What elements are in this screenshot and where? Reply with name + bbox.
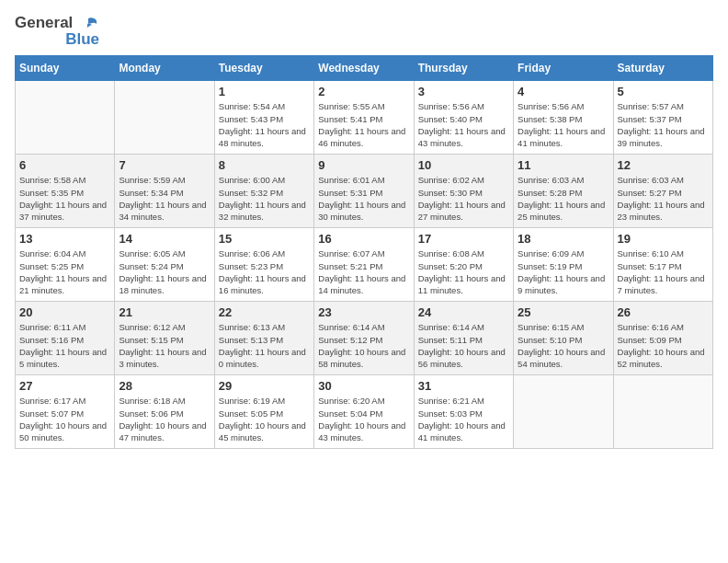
day-of-week-saturday: Saturday (613, 56, 712, 81)
day-number: 12 (618, 158, 709, 172)
day-number: 30 (318, 379, 409, 393)
day-info: Sunrise: 6:17 AM Sunset: 5:07 PM Dayligh… (19, 395, 110, 443)
day-number: 3 (418, 85, 509, 98)
calendar-week-row: 27Sunrise: 6:17 AM Sunset: 5:07 PM Dayli… (16, 375, 713, 449)
day-number: 29 (219, 379, 310, 393)
calendar-table: SundayMondayTuesdayWednesdayThursdayFrid… (15, 55, 713, 449)
day-info: Sunrise: 6:06 AM Sunset: 5:23 PM Dayligh… (219, 247, 310, 296)
day-number: 19 (618, 232, 709, 246)
calendar-day-cell: 28Sunrise: 6:18 AM Sunset: 5:06 PM Dayli… (115, 375, 214, 449)
day-info: Sunrise: 6:14 AM Sunset: 5:11 PM Dayligh… (418, 321, 509, 370)
day-number: 28 (119, 379, 210, 393)
day-info: Sunrise: 6:12 AM Sunset: 5:15 PM Dayligh… (119, 321, 210, 370)
calendar-day-cell: 18Sunrise: 6:09 AM Sunset: 5:19 PM Dayli… (514, 228, 613, 302)
calendar-day-cell: 29Sunrise: 6:19 AM Sunset: 5:05 PM Dayli… (214, 375, 313, 449)
day-number: 16 (318, 232, 409, 246)
calendar-day-cell: 15Sunrise: 6:06 AM Sunset: 5:23 PM Dayli… (214, 228, 313, 302)
calendar-day-cell: 3Sunrise: 5:56 AM Sunset: 5:40 PM Daylig… (414, 81, 513, 155)
day-number: 26 (618, 305, 709, 319)
day-number: 22 (219, 305, 310, 319)
day-info: Sunrise: 6:20 AM Sunset: 5:04 PM Dayligh… (318, 395, 409, 443)
day-of-week-monday: Monday (115, 56, 214, 81)
empty-cell (115, 81, 214, 155)
day-info: Sunrise: 6:14 AM Sunset: 5:12 PM Dayligh… (318, 321, 409, 370)
day-info: Sunrise: 6:13 AM Sunset: 5:13 PM Dayligh… (219, 321, 310, 370)
calendar-day-cell: 21Sunrise: 6:12 AM Sunset: 5:15 PM Dayli… (115, 302, 214, 375)
calendar-day-cell: 27Sunrise: 6:17 AM Sunset: 5:07 PM Dayli… (16, 375, 115, 449)
day-of-week-sunday: Sunday (16, 56, 115, 81)
day-info: Sunrise: 5:56 AM Sunset: 5:40 PM Dayligh… (418, 100, 509, 149)
calendar-day-cell: 4Sunrise: 5:56 AM Sunset: 5:38 PM Daylig… (514, 81, 613, 155)
calendar-day-cell: 2Sunrise: 5:55 AM Sunset: 5:41 PM Daylig… (314, 81, 414, 155)
day-info: Sunrise: 6:01 AM Sunset: 5:31 PM Dayligh… (318, 174, 409, 223)
day-info: Sunrise: 6:04 AM Sunset: 5:25 PM Dayligh… (19, 247, 110, 296)
calendar-day-cell: 25Sunrise: 6:15 AM Sunset: 5:10 PM Dayli… (514, 302, 613, 375)
day-info: Sunrise: 6:00 AM Sunset: 5:32 PM Dayligh… (219, 174, 310, 223)
calendar-day-cell: 23Sunrise: 6:14 AM Sunset: 5:12 PM Dayli… (314, 302, 414, 375)
day-info: Sunrise: 6:02 AM Sunset: 5:30 PM Dayligh… (418, 174, 509, 223)
calendar-day-cell: 8Sunrise: 6:00 AM Sunset: 5:32 PM Daylig… (214, 155, 313, 228)
calendar-header-row: SundayMondayTuesdayWednesdayThursdayFrid… (16, 56, 713, 81)
day-info: Sunrise: 6:07 AM Sunset: 5:21 PM Dayligh… (318, 247, 409, 296)
day-number: 4 (518, 85, 609, 98)
day-info: Sunrise: 6:03 AM Sunset: 5:27 PM Dayligh… (618, 174, 709, 223)
day-info: Sunrise: 5:55 AM Sunset: 5:41 PM Dayligh… (318, 100, 409, 149)
day-number: 31 (418, 379, 509, 393)
calendar-day-cell: 12Sunrise: 6:03 AM Sunset: 5:27 PM Dayli… (613, 155, 712, 228)
day-info: Sunrise: 6:19 AM Sunset: 5:05 PM Dayligh… (219, 395, 310, 443)
day-number: 15 (219, 232, 310, 246)
calendar-day-cell: 1Sunrise: 5:54 AM Sunset: 5:43 PM Daylig… (214, 81, 313, 155)
calendar-week-row: 20Sunrise: 6:11 AM Sunset: 5:16 PM Dayli… (16, 302, 713, 375)
day-number: 25 (518, 305, 609, 319)
day-number: 5 (618, 85, 709, 98)
day-number: 17 (418, 232, 509, 246)
calendar-day-cell: 13Sunrise: 6:04 AM Sunset: 5:25 PM Dayli… (16, 228, 115, 302)
day-of-week-friday: Friday (514, 56, 613, 81)
day-info: Sunrise: 6:03 AM Sunset: 5:28 PM Dayligh… (518, 174, 609, 223)
calendar-day-cell: 20Sunrise: 6:11 AM Sunset: 5:16 PM Dayli… (16, 302, 115, 375)
day-info: Sunrise: 5:54 AM Sunset: 5:43 PM Dayligh… (219, 100, 310, 149)
day-info: Sunrise: 6:05 AM Sunset: 5:24 PM Dayligh… (119, 247, 210, 296)
day-info: Sunrise: 6:15 AM Sunset: 5:10 PM Dayligh… (518, 321, 609, 370)
calendar-day-cell: 5Sunrise: 5:57 AM Sunset: 5:37 PM Daylig… (613, 81, 712, 155)
day-info: Sunrise: 5:58 AM Sunset: 5:35 PM Dayligh… (19, 174, 110, 223)
calendar-day-cell: 30Sunrise: 6:20 AM Sunset: 5:04 PM Dayli… (314, 375, 414, 449)
day-of-week-tuesday: Tuesday (214, 56, 313, 81)
calendar-day-cell: 14Sunrise: 6:05 AM Sunset: 5:24 PM Dayli… (115, 228, 214, 302)
empty-cell (514, 375, 613, 449)
calendar-day-cell: 10Sunrise: 6:02 AM Sunset: 5:30 PM Dayli… (414, 155, 513, 228)
day-number: 6 (19, 158, 110, 172)
day-number: 24 (418, 305, 509, 319)
day-of-week-wednesday: Wednesday (314, 56, 414, 81)
day-number: 20 (19, 305, 110, 319)
day-info: Sunrise: 6:09 AM Sunset: 5:19 PM Dayligh… (518, 247, 609, 296)
calendar-week-row: 6Sunrise: 5:58 AM Sunset: 5:35 PM Daylig… (16, 155, 713, 228)
day-info: Sunrise: 6:08 AM Sunset: 5:20 PM Dayligh… (418, 247, 509, 296)
day-number: 1 (219, 85, 310, 98)
day-number: 10 (418, 158, 509, 172)
day-info: Sunrise: 5:57 AM Sunset: 5:37 PM Dayligh… (618, 100, 709, 149)
day-of-week-thursday: Thursday (414, 56, 513, 81)
day-info: Sunrise: 5:59 AM Sunset: 5:34 PM Dayligh… (119, 174, 210, 223)
day-number: 9 (318, 158, 409, 172)
calendar-day-cell: 17Sunrise: 6:08 AM Sunset: 5:20 PM Dayli… (414, 228, 513, 302)
logo: General Blue (15, 15, 99, 48)
calendar-day-cell: 31Sunrise: 6:21 AM Sunset: 5:03 PM Dayli… (414, 375, 513, 449)
logo-general-text: General (15, 15, 99, 31)
day-number: 13 (19, 232, 110, 246)
calendar-day-cell: 22Sunrise: 6:13 AM Sunset: 5:13 PM Dayli… (214, 302, 313, 375)
calendar-day-cell: 26Sunrise: 6:16 AM Sunset: 5:09 PM Dayli… (613, 302, 712, 375)
day-number: 14 (119, 232, 210, 246)
day-info: Sunrise: 6:16 AM Sunset: 5:09 PM Dayligh… (618, 321, 709, 370)
day-number: 23 (318, 305, 409, 319)
calendar-day-cell: 16Sunrise: 6:07 AM Sunset: 5:21 PM Dayli… (314, 228, 414, 302)
day-number: 7 (119, 158, 210, 172)
calendar-day-cell: 24Sunrise: 6:14 AM Sunset: 5:11 PM Dayli… (414, 302, 513, 375)
calendar-day-cell: 6Sunrise: 5:58 AM Sunset: 5:35 PM Daylig… (16, 155, 115, 228)
calendar-week-row: 13Sunrise: 6:04 AM Sunset: 5:25 PM Dayli… (16, 228, 713, 302)
day-number: 2 (318, 85, 409, 98)
day-number: 8 (219, 158, 310, 172)
day-info: Sunrise: 6:11 AM Sunset: 5:16 PM Dayligh… (19, 321, 110, 370)
logo-blue-text: Blue (65, 31, 99, 49)
day-info: Sunrise: 5:56 AM Sunset: 5:38 PM Dayligh… (518, 100, 609, 149)
